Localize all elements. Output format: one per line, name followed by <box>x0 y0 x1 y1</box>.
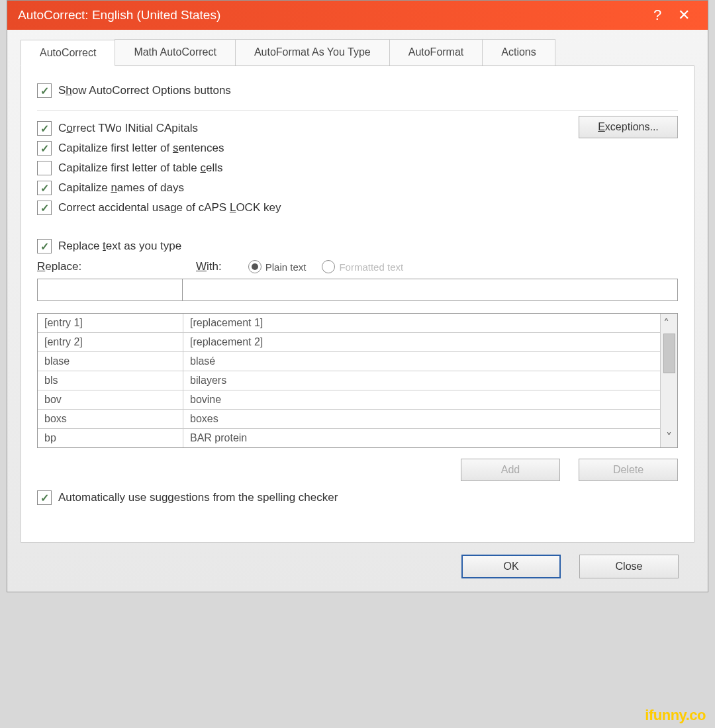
label-caps-lock: Correct accidental usage of cAPS LOCK ke… <box>58 201 281 214</box>
label-plain-text: Plain text <box>265 261 307 273</box>
tab-math-autocorrect[interactable]: Math AutoCorrect <box>115 39 236 66</box>
cell-from: [entry 2] <box>38 333 183 351</box>
cell-from: bp <box>38 429 183 447</box>
checkbox-two-initial-caps[interactable] <box>37 121 52 136</box>
checkbox-show-options[interactable] <box>37 83 52 98</box>
tab-strip: AutoCorrect Math AutoCorrect AutoFormat … <box>21 39 694 66</box>
add-button[interactable]: Add <box>461 459 560 481</box>
label-show-options: Show AutoCorrect Options buttons <box>58 84 231 97</box>
label-with: With: <box>196 260 222 273</box>
window-title: AutoCorrect: English (United States) <box>18 8 644 23</box>
table-row[interactable]: blase blasé <box>38 352 660 371</box>
cell-from: bls <box>38 371 183 390</box>
help-icon[interactable]: ? <box>644 7 671 24</box>
table-row[interactable]: bls bilayers <box>38 371 660 390</box>
cell-to: bilayers <box>183 371 660 390</box>
scroll-up-icon[interactable]: ˄ <box>663 316 675 331</box>
tab-actions[interactable]: Actions <box>482 39 555 66</box>
table-row[interactable]: bov bovine <box>38 390 660 410</box>
tab-autoformat-as-you-type[interactable]: AutoFormat As You Type <box>235 39 390 66</box>
cell-from: blase <box>38 352 183 371</box>
dialog-window: AutoCorrect: English (United States) ? ✕… <box>7 0 708 592</box>
label-replace-as-type: Replace text as you type <box>58 240 181 253</box>
label-replace: Replace: <box>37 260 169 273</box>
exceptions-button[interactable]: Exceptions... <box>579 116 678 138</box>
label-cap-days: Capitalize names of days <box>58 181 184 195</box>
radio-plain-text[interactable] <box>248 260 262 273</box>
cell-from: bov <box>38 390 183 409</box>
cell-to: boxes <box>183 410 660 428</box>
cell-to: [replacement 2] <box>183 333 660 351</box>
scroll-down-icon[interactable]: ˅ <box>666 430 672 445</box>
replacement-table: [entry 1] [replacement 1] [entry 2] [rep… <box>37 313 678 448</box>
checkbox-caps-lock[interactable] <box>37 201 52 215</box>
ok-button[interactable]: OK <box>461 555 561 578</box>
cell-from: [entry 1] <box>38 314 183 332</box>
radio-formatted-text[interactable] <box>322 260 335 273</box>
with-input[interactable] <box>183 279 678 301</box>
cell-to: [replacement 1] <box>183 314 660 332</box>
cell-from: boxs <box>38 410 183 428</box>
cell-to: blasé <box>183 352 660 371</box>
titlebar: AutoCorrect: English (United States) ? ✕ <box>7 1 708 30</box>
label-two-initial-caps: Correct TWo INitial CApitals <box>58 122 198 135</box>
dialog-content: AutoCorrect Math AutoCorrect AutoFormat … <box>7 30 708 592</box>
close-icon[interactable]: ✕ <box>671 7 697 24</box>
table-scrollbar[interactable]: ˄ ˅ <box>660 314 677 447</box>
watermark: ifunny.co <box>645 707 706 724</box>
tab-panel: Show AutoCorrect Options buttons Correct… <box>21 66 694 543</box>
tab-autoformat[interactable]: AutoFormat <box>389 39 483 66</box>
checkbox-cap-table-cells[interactable] <box>37 161 52 175</box>
replace-input[interactable] <box>37 279 183 301</box>
checkbox-auto-suggestions[interactable] <box>37 490 52 505</box>
table-row: boxs boxes <box>38 410 660 429</box>
delete-button[interactable]: Delete <box>579 459 678 481</box>
checkbox-replace-as-type[interactable] <box>37 239 52 253</box>
checkbox-cap-sentences[interactable] <box>37 141 52 156</box>
close-button[interactable]: Close <box>579 555 679 578</box>
cell-to: BAR protein <box>183 429 660 447</box>
label-cap-table-cells: Capitalize first letter of table cells <box>58 161 223 175</box>
cell-to: bovine <box>183 390 660 409</box>
table-row[interactable]: [entry 1] [replacement 1] <box>38 314 660 333</box>
checkbox-cap-days[interactable] <box>37 181 52 195</box>
tab-autocorrect[interactable]: AutoCorrect <box>21 40 115 66</box>
table-row[interactable]: bp BAR protein <box>38 429 660 447</box>
label-cap-sentences: Capitalize first letter of sentences <box>58 142 224 155</box>
label-formatted-text: Formatted text <box>339 261 403 273</box>
scroll-thumb[interactable] <box>663 334 675 373</box>
label-auto-suggestions: Automatically use suggestions from the s… <box>58 491 338 504</box>
table-row[interactable]: [entry 2] [replacement 2] <box>38 333 660 352</box>
radio-group-format: Plain text Formatted text <box>248 260 403 273</box>
